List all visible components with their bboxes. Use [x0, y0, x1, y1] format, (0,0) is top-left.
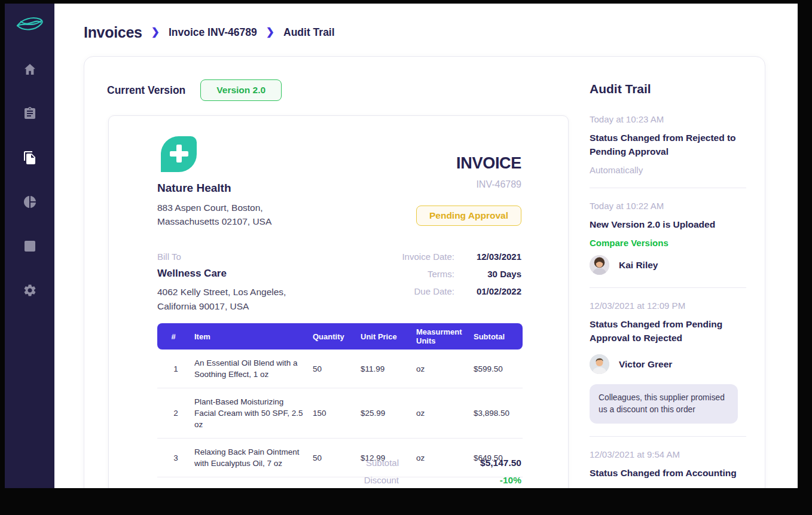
avatar: [590, 354, 609, 374]
avatar: [590, 255, 609, 275]
user-row: Victor Greer: [590, 354, 746, 374]
user-name: Kai Riley: [619, 260, 658, 271]
company-name: Nature Health: [157, 182, 521, 195]
sidebar: [5, 4, 54, 488]
divider: [590, 287, 746, 288]
copy-icon: [23, 151, 37, 167]
table-row: 1 An Essential Oil Blend with a Soothing…: [157, 350, 523, 388]
breadcrumb: Invoices ❯ Invoice INV-46789 ❯ Audit Tra…: [84, 24, 335, 41]
chevron-right-icon: ❯: [151, 26, 160, 38]
table-header: # Item Quantity Unit Price Measurment Un…: [157, 323, 523, 350]
brand-leaf-logo-icon: [16, 11, 44, 38]
divider: [590, 188, 746, 188]
user-name: Victor Greer: [619, 359, 672, 370]
discount-row: Discount -10%: [364, 475, 521, 486]
invoice-title: INVOICE: [456, 154, 521, 173]
audit-trail-panel: Audit Trail Today at 10:23 AM Status Cha…: [590, 82, 746, 486]
bill-to-block: Bill To Wellness Care 4062 Kelly Street,…: [157, 252, 286, 314]
home-icon: [23, 62, 37, 79]
line-items-table: # Item Quantity Unit Price Measurment Un…: [157, 323, 523, 477]
clipboard-icon: [23, 106, 37, 123]
invoice-document: INVOICE INV-46789 Nature Health 883 Aspe…: [108, 115, 569, 488]
gear-icon: [23, 283, 37, 300]
sidebar-item-home[interactable]: [22, 63, 38, 78]
entry-title: Status Changed from Accounting: [590, 466, 746, 480]
entry-title: Status Changed from Rejected to Pending …: [590, 131, 746, 158]
compare-versions-link[interactable]: Compare Versions: [590, 238, 746, 248]
bill-to-name: Wellness Care: [157, 268, 286, 280]
breadcrumb-invoices[interactable]: Invoices: [84, 24, 142, 41]
company-leaf-plus-icon: [161, 136, 197, 172]
terms-row: Terms: 30 Days: [402, 269, 521, 279]
bill-to-address: 4062 Kelly Street, Los Angeles, Californ…: [157, 285, 286, 314]
divider: [590, 436, 746, 437]
sidebar-item-tasks[interactable]: [22, 107, 38, 122]
content-area: Invoices ❯ Invoice INV-46789 ❯ Audit Tra…: [54, 4, 798, 488]
table-row: 2 Plant-Based Moisturizing Facial Cream …: [157, 388, 523, 439]
audit-entry: 12/03/2021 at 9:54 AM Status Changed fro…: [590, 449, 746, 480]
entry-timestamp: 12/03/2021 at 12:09 PM: [590, 301, 746, 311]
chevron-right-icon: ❯: [266, 26, 274, 38]
version-row: Current Version Version 2.0: [107, 79, 282, 101]
current-version-label: Current Version: [107, 84, 185, 97]
invoice-number: INV-46789: [476, 179, 521, 190]
user-row: Kai Riley: [590, 255, 746, 275]
invoice-meta: Invoice Date: 12/03/2021 Terms: 30 Days …: [402, 252, 521, 296]
version-badge[interactable]: Version 2.0: [200, 79, 282, 101]
subtotal-row: Subtotal $5,147.50: [364, 458, 521, 468]
audit-trail-card: Current Version Version 2.0 INVOICE INV-…: [84, 56, 765, 488]
app-window: Invoices ❯ Invoice INV-46789 ❯ Audit Tra…: [5, 4, 798, 488]
breadcrumb-audit-trail[interactable]: Audit Trail: [283, 26, 335, 39]
due-date-row: Due Date: 01/02/2022: [402, 286, 521, 296]
audit-entry: Today at 10:23 AM Status Changed from Re…: [590, 114, 746, 175]
entry-timestamp: Today at 10:23 AM: [590, 114, 746, 124]
comment-bubble: Colleagues, this supplier promised us a …: [590, 384, 738, 424]
status-badge-pending-approval: Pending Approval: [416, 206, 521, 226]
entry-byline: Automatically: [590, 165, 746, 175]
entry-title: Status Changed from Pending Approval to …: [590, 317, 746, 345]
breadcrumb-invoice-number[interactable]: Invoice INV-46789: [169, 26, 257, 39]
contact-card-icon: [23, 239, 37, 256]
sidebar-item-settings[interactable]: [22, 284, 38, 299]
sidebar-item-reports[interactable]: [22, 195, 38, 211]
audit-trail-title: Audit Trail: [590, 82, 746, 96]
entry-timestamp: Today at 10:22 AM: [590, 201, 746, 211]
totals-block: Subtotal $5,147.50 Discount -10%: [364, 458, 521, 486]
sidebar-item-documents[interactable]: [22, 151, 38, 167]
sidebar-nav: [22, 63, 38, 299]
invoice-date-row: Invoice Date: 12/03/2021: [402, 252, 521, 262]
pie-chart-icon: [23, 195, 37, 211]
audit-entry: Today at 10:22 AM New Version 2.0 is Upl…: [590, 201, 746, 275]
audit-entry: 12/03/2021 at 12:09 PM Status Changed fr…: [590, 301, 746, 424]
bill-to-label: Bill To: [157, 252, 286, 262]
sidebar-item-contacts[interactable]: [22, 240, 38, 255]
entry-title: New Version 2.0 is Uploaded: [590, 217, 746, 231]
entry-timestamp: 12/03/2021 at 9:54 AM: [590, 449, 746, 459]
